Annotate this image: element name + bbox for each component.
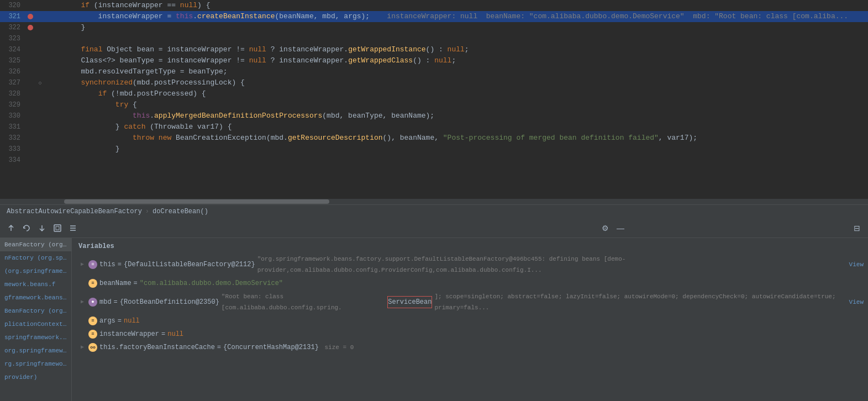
rerun-button[interactable] xyxy=(20,221,33,235)
var-row-args[interactable]: ≡ args = null xyxy=(72,314,868,328)
code-text-334 xyxy=(44,155,868,166)
line-num-323: 323 xyxy=(0,35,25,43)
breakpoint-322[interactable] xyxy=(25,25,36,30)
debug-toolbar-left xyxy=(4,221,80,235)
breakpoint-dot-321 xyxy=(28,14,33,19)
code-line-327: 327 ◇ synchronized(mbd.postProcessingLoc… xyxy=(0,77,868,88)
stack-item-1[interactable]: nFactory (org.springfr xyxy=(0,251,71,265)
code-text-320: if (instanceWrapper == null) { xyxy=(44,0,868,11)
var-name-mbd: mbd xyxy=(99,297,112,308)
breadcrumb-bar: AbstractAutowireCapableBeanFactory › doC… xyxy=(0,204,868,218)
code-text-328: if (!mbd.postProcessed) { xyxy=(44,88,868,99)
var-name-args: args xyxy=(99,315,115,326)
var-icon-args: ≡ xyxy=(88,316,97,325)
var-val-args: null xyxy=(124,315,140,326)
breadcrumb-separator: › xyxy=(145,208,149,215)
line-num-328: 328 xyxy=(0,90,25,98)
stack-item-9[interactable]: rg.springframework.c xyxy=(0,357,71,371)
var-row-beanname[interactable]: ≡ beanName = "com.alibaba.dubbo.demo.Dem… xyxy=(72,277,868,290)
code-line-321: 321 instanceWrapper = this.createBeanIns… xyxy=(0,11,868,22)
stack-item-4[interactable]: gframework.beans.fac xyxy=(0,291,71,304)
var-val-factorycache: {ConcurrentHashMap@2131} xyxy=(223,342,319,353)
code-line-330: 330 this.applyMergedBeanDefinitionPostPr… xyxy=(0,110,868,122)
svg-rect-1 xyxy=(56,226,59,230)
restore-button[interactable] xyxy=(4,221,18,235)
var-icon-mbd: ● xyxy=(88,298,97,307)
code-text-331: } catch (Throwable var17) { xyxy=(44,122,868,133)
var-icon-factorycache: oo xyxy=(88,343,97,352)
line-num-321: 321 xyxy=(0,13,25,20)
line-num-322: 322 xyxy=(0,24,25,31)
stack-item-8[interactable]: org.springframework.c xyxy=(0,344,71,357)
scrollbar-thumb[interactable] xyxy=(64,199,329,204)
line-num-331: 331 xyxy=(0,123,25,131)
frames-button[interactable] xyxy=(51,221,64,235)
stack-item-7[interactable]: springframework.conte xyxy=(0,331,71,344)
code-line-320: 320 if (instanceWrapper == null) { xyxy=(0,0,868,11)
stack-item-10[interactable]: provider) xyxy=(0,371,71,384)
var-val-mbd: {RootBeanDefinition@2350} xyxy=(120,297,219,308)
debug-panel: ⚙ — ⊟ BeanFactory (org.sprin nFactory (o… xyxy=(0,218,868,401)
minimize-panel-button[interactable]: — xyxy=(614,221,627,235)
settings-button[interactable]: ⚙ xyxy=(598,221,612,235)
code-text-333: } xyxy=(44,144,868,155)
code-line-332: 332 throw new BeanCreationException(mbd.… xyxy=(0,133,868,144)
code-line-324: 324 final Object bean = instanceWrapper … xyxy=(0,44,868,55)
var-desc-mbd: "Root bean: class [com.alibaba.dubbo.con… xyxy=(222,291,387,313)
code-line-326: 326 mbd.resolvedTargetType = beanType; xyxy=(0,66,868,77)
step-down-button[interactable] xyxy=(35,221,49,235)
stack-item-6[interactable]: plicationContext (org.s xyxy=(0,318,71,331)
var-desc-mbd-after: ]; scope=singleton; abstract=false; lazy… xyxy=(434,291,844,313)
stack-item-2[interactable]: (org.springframework xyxy=(0,265,71,278)
code-line-323: 323 xyxy=(0,33,868,44)
stack-item-5[interactable]: BeanFactory (org.spring xyxy=(0,304,71,318)
code-line-322: 322 } xyxy=(0,22,868,33)
var-desc-factorycache: size = 0 xyxy=(321,342,354,353)
code-line-325: 325 Class<?> beanType = instanceWrapper … xyxy=(0,55,868,66)
code-text-321: instanceWrapper = this.createBeanInstanc… xyxy=(44,11,868,22)
breakpoint-dot-322 xyxy=(28,25,33,30)
stack-item-0[interactable]: BeanFactory (org.sprin xyxy=(0,238,71,251)
var-row-mbd[interactable]: ▶ ● mbd = {RootBeanDefinition@2350} "Roo… xyxy=(72,290,868,314)
code-text-330: this.applyMergedBeanDefinitionPostProces… xyxy=(44,110,868,122)
var-row-instancewrapper[interactable]: ≡ instanceWrapper = null xyxy=(72,328,868,341)
code-line-333: 333 } xyxy=(0,144,868,155)
breadcrumb-method: doCreateBean() xyxy=(152,208,208,215)
breakpoint-321[interactable] xyxy=(25,14,36,19)
line-num-334: 334 xyxy=(0,156,25,164)
code-text-325: Class<?> beanType = instanceWrapper != n… xyxy=(44,55,868,66)
var-view-mbd[interactable]: View xyxy=(849,297,864,308)
var-val-instancewrapper: null xyxy=(167,329,183,340)
variables-header: Variables xyxy=(72,240,868,252)
debug-toolbar-right: ⚙ — ⊟ xyxy=(598,221,864,235)
layout-button[interactable]: ⊟ xyxy=(850,221,864,235)
debug-main: BeanFactory (org.sprin nFactory (org.spr… xyxy=(0,238,868,401)
code-text-329: try { xyxy=(44,99,868,110)
expand-arrow-mbd: ▶ xyxy=(81,297,88,308)
var-row-factorycache[interactable]: ▶ oo this.factoryBeanInstanceCache = {Co… xyxy=(72,341,868,354)
var-val-beanname: "com.alibaba.dubbo.demo.DemoService" xyxy=(140,278,283,289)
var-icon-this: ≡ xyxy=(88,260,97,269)
line-num-324: 324 xyxy=(0,46,25,54)
var-icon-instancewrapper: ≡ xyxy=(88,330,97,339)
line-num-326: 326 xyxy=(0,68,25,76)
stack-item-3[interactable]: mework.beans.f xyxy=(0,278,71,291)
breadcrumb-class: AbstractAutowireCapableBeanFactory xyxy=(7,208,142,215)
line-num-320: 320 xyxy=(0,2,25,9)
code-text-332: throw new BeanCreationException(mbd.getR… xyxy=(44,133,868,144)
var-row-this[interactable]: ▶ ≡ this = {DefaultListableBeanFactory@2… xyxy=(72,252,868,277)
fold-327: ◇ xyxy=(36,80,44,86)
code-line-331: 331 } catch (Throwable var17) { xyxy=(0,122,868,133)
horizontal-scrollbar[interactable] xyxy=(0,199,868,204)
var-name-this: this xyxy=(99,259,115,270)
code-line-329: 329 try { xyxy=(0,99,868,110)
line-num-329: 329 xyxy=(0,101,25,109)
threads-button[interactable] xyxy=(66,221,80,235)
var-icon-beanname: ≡ xyxy=(88,279,97,288)
line-num-327: 327 xyxy=(0,79,25,87)
code-text-322: } xyxy=(44,22,868,33)
line-num-325: 325 xyxy=(0,57,25,65)
variables-panel: Variables ▶ ≡ this = {DefaultListableBea… xyxy=(72,238,868,401)
var-highlight-servicebean: ServiceBean xyxy=(387,296,432,308)
var-view-this[interactable]: View xyxy=(849,259,864,270)
